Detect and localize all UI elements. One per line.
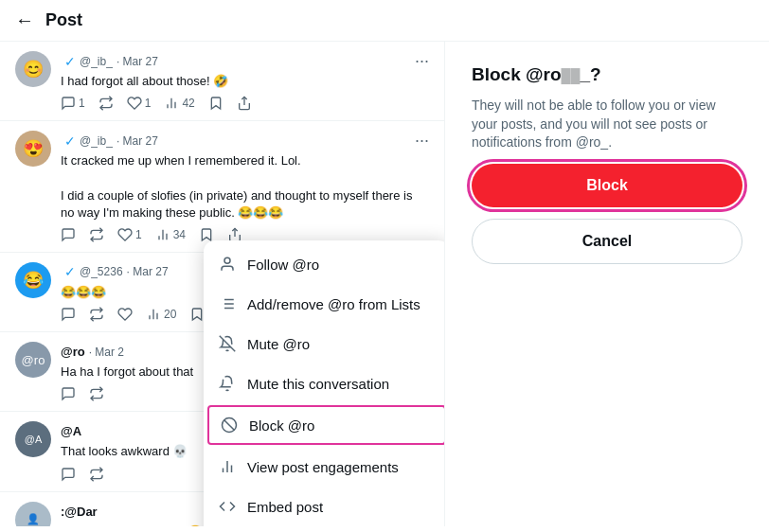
avatar: @A bbox=[15, 421, 51, 457]
svg-line-19 bbox=[220, 336, 236, 352]
tweet-row: 😊 ✓ @_ib_ · Mar 27 ··· I had forgot all … bbox=[0, 42, 444, 121]
embed-menu-item[interactable]: Embed post bbox=[204, 487, 445, 526]
tweet-handle: @_ib_ bbox=[80, 55, 113, 68]
tweet-date: · Mar 27 bbox=[127, 265, 169, 278]
block-confirm-button[interactable]: Block bbox=[472, 164, 742, 207]
code-icon bbox=[219, 498, 236, 515]
avatar: 😊 bbox=[15, 51, 51, 87]
reply-action[interactable] bbox=[61, 467, 76, 482]
reply-action[interactable] bbox=[61, 307, 76, 322]
tweet-actions: 1 1 42 bbox=[61, 96, 429, 111]
main-layout: 😊 ✓ @_ib_ · Mar 27 ··· I had forgot all … bbox=[0, 42, 769, 526]
mute-label: Mute @ro bbox=[247, 336, 310, 352]
header: ← Post bbox=[0, 0, 769, 42]
avatar: @ro bbox=[15, 342, 51, 378]
bell-off-icon bbox=[219, 335, 236, 352]
views-action[interactable]: 34 bbox=[155, 227, 186, 242]
verified-badge: ✓ bbox=[64, 264, 76, 279]
retweet-action[interactable] bbox=[89, 467, 104, 482]
tweet-name: @ro bbox=[61, 345, 85, 359]
chart-icon bbox=[219, 458, 236, 475]
block-dialog-title: Block @ro██_? bbox=[472, 64, 742, 85]
retweet-action[interactable] bbox=[89, 307, 104, 322]
like-action[interactable]: 1 bbox=[117, 227, 142, 242]
tweet-body: ✓ @_ib_ · Mar 27 ··· I had forgot all ab… bbox=[61, 51, 429, 111]
tweet-date: · Mar 27 bbox=[116, 55, 158, 68]
follow-label: Follow @ro bbox=[247, 257, 319, 273]
views-count: 34 bbox=[173, 228, 186, 241]
block-menu-item[interactable]: Block @ro bbox=[207, 405, 445, 445]
block-dialog: Block @ro██_? They will not be able to f… bbox=[445, 42, 769, 526]
tweet-name: :@Dar bbox=[61, 505, 98, 519]
mute-menu-item[interactable]: Mute @ro bbox=[204, 324, 445, 364]
bookmark-action[interactable] bbox=[189, 307, 205, 322]
retweet-action[interactable] bbox=[89, 386, 104, 401]
embed-label: Embed post bbox=[247, 499, 323, 515]
add-remove-menu-item[interactable]: Add/remove @ro from Lists bbox=[204, 284, 445, 324]
retweet-action[interactable] bbox=[98, 96, 114, 111]
reply-action[interactable] bbox=[61, 386, 76, 401]
avatar: 😍 bbox=[15, 131, 51, 167]
tweet-body: ✓ @_ib_ · Mar 27 ··· It cracked me up wh… bbox=[61, 131, 429, 242]
feed: 😊 ✓ @_ib_ · Mar 27 ··· I had forgot all … bbox=[0, 42, 445, 526]
tweet-text: I had forgot all about those! 🤣 bbox=[61, 73, 429, 90]
views-action[interactable]: 20 bbox=[146, 307, 176, 322]
like-count: 1 bbox=[135, 228, 142, 241]
tweet-date: · Mar 27 bbox=[116, 134, 158, 148]
mute-conv-label: Mute this conversation bbox=[247, 376, 389, 392]
bookmark-action[interactable] bbox=[208, 96, 224, 111]
list-icon bbox=[219, 295, 236, 312]
like-action[interactable]: 1 bbox=[127, 96, 152, 111]
engagements-menu-item[interactable]: View post engagements bbox=[204, 447, 445, 487]
tweet-name: @A bbox=[61, 424, 81, 438]
avatar: 👤 bbox=[15, 502, 51, 527]
reply-action[interactable] bbox=[61, 227, 76, 242]
follow-menu-item[interactable]: Follow @ro bbox=[204, 244, 445, 284]
tweet-meta: ✓ @_ib_ · Mar 27 ··· bbox=[61, 51, 429, 71]
mute-conv-icon bbox=[219, 375, 236, 392]
add-remove-label: Add/remove @ro from Lists bbox=[247, 296, 420, 312]
views-count: 42 bbox=[182, 97, 194, 110]
tweet-row: 😍 ✓ @_ib_ · Mar 27 ··· It cracked me up … bbox=[0, 121, 444, 253]
tweet-handle: @_ib_ bbox=[80, 134, 113, 148]
views-count: 20 bbox=[164, 308, 176, 321]
reply-action[interactable]: 1 bbox=[61, 96, 85, 111]
more-button[interactable]: ··· bbox=[415, 51, 429, 71]
engagements-label: View post engagements bbox=[247, 459, 399, 475]
page-title: Post bbox=[45, 10, 82, 30]
context-menu: Follow @ro Add/remove @ro from Lists Mut… bbox=[204, 240, 445, 526]
cancel-button[interactable]: Cancel bbox=[472, 219, 742, 264]
share-action[interactable] bbox=[237, 96, 252, 111]
retweet-action[interactable] bbox=[89, 227, 104, 242]
tweet-meta: ✓ @_ib_ · Mar 27 ··· bbox=[61, 131, 429, 151]
views-action[interactable]: 42 bbox=[164, 96, 194, 111]
tweet-date: · Mar 2 bbox=[89, 346, 124, 359]
avatar: 😂 bbox=[15, 262, 51, 298]
reply-count: 1 bbox=[79, 97, 85, 110]
more-button[interactable]: ··· bbox=[415, 131, 429, 151]
block-icon bbox=[221, 417, 238, 434]
svg-point-12 bbox=[224, 257, 230, 263]
tweet-text: It cracked me up when I remembered it. L… bbox=[61, 152, 429, 222]
block-dialog-description: They will not be able to follow you or v… bbox=[472, 97, 742, 152]
verified-badge: ✓ bbox=[64, 133, 76, 149]
block-label: Block @ro bbox=[249, 417, 314, 434]
svg-line-21 bbox=[224, 420, 235, 431]
person-icon bbox=[219, 256, 236, 273]
like-action[interactable] bbox=[117, 307, 133, 322]
tweet-handle: @_5236 bbox=[80, 265, 123, 278]
back-button[interactable]: ← bbox=[15, 9, 34, 31]
verified-badge: ✓ bbox=[64, 54, 76, 69]
like-count: 1 bbox=[145, 97, 152, 110]
mute-conv-menu-item[interactable]: Mute this conversation bbox=[204, 364, 445, 403]
